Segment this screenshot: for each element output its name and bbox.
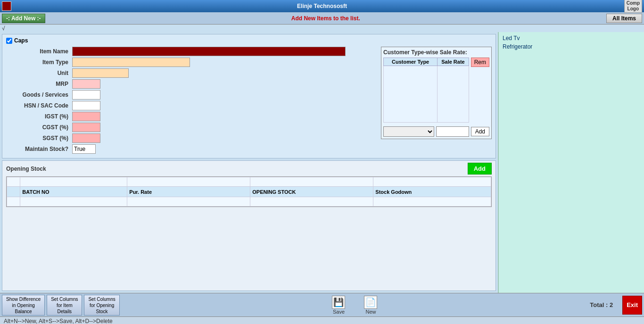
item-type-row: Item Type [6,58,377,67]
app-icon [2,1,11,11]
caps-checkbox[interactable] [6,38,12,44]
add-new-button[interactable]: -: Add New :- [2,14,45,23]
os-col-headers: BATCH NO Pur. Rate OPENING STOCK Stock G… [7,187,491,197]
maintain-input[interactable]: True [72,144,96,154]
item-type-label: Item Type [6,59,72,66]
right-item-0[interactable]: Led Tv [501,34,642,42]
customer-type-title: Customer Type-wise Sale Rate: [383,49,489,56]
customer-type-table: Customer Type Sale Rate [383,58,469,123]
new-container[interactable]: 📄 New [364,296,377,315]
ct-body [384,66,469,123]
maintain-row: Maintain Stock? True [6,144,377,154]
unit-row: Unit [6,68,377,78]
customer-type-section: Customer Type-wise Sale Rate: Customer T… [381,47,492,139]
ct-add-button[interactable]: Add [471,127,489,136]
opening-stock-section: Opening Stock Add [2,160,496,291]
ct-table-area: Customer Type Sale Rate [383,58,489,125]
os-add-button[interactable]: Add [468,163,492,174]
caps-text: Caps [14,37,28,44]
unit-label: Unit [6,70,72,76]
sgst-input[interactable] [72,133,100,143]
cgst-label: CGST (%) [6,124,72,131]
os-col-opening: OPENING STOCK [250,187,373,197]
item-name-row: Item Name [6,47,377,56]
ct-rate-input[interactable] [436,126,469,137]
goods-input[interactable] [72,90,100,100]
hsn-input[interactable] [72,101,100,110]
save-icon: 💾 [332,296,345,309]
total-label: Total : 2 [590,301,613,308]
form-customer-row: Item Name Item Type Unit M [6,47,492,155]
set-col-opening-button[interactable]: Set Columns for Opening Stock [84,295,119,316]
title-bar: Elinje Technososft Comp Logo [0,0,644,12]
bottom-buttons: Show Difference in Opening Balance Set C… [0,293,644,316]
item-type-input[interactable] [72,58,190,67]
sgst-label: SGST (%) [6,135,72,141]
opening-stock-title: Opening Stock [6,166,468,172]
os-header-row: Opening Stock Add [6,163,492,174]
caps-section: Caps Item Name Item Type [2,34,496,158]
toolbar-title: Add New Items to the list. [49,15,603,22]
cgst-input[interactable] [72,123,100,132]
comp-logo: Comp Logo [624,0,642,13]
os-col-pur-rate: Pur. Rate [127,187,250,197]
right-item-1[interactable]: Refrigerator [501,42,642,51]
hsn-label: HSN / SAC Code [6,102,72,109]
shortcuts-bar: Alt+N-->New, Alt+S-->Save, Alt+D-->Delet… [0,316,644,324]
os-empty-row [7,197,491,207]
os-table-wrapper: BATCH NO Pur. Rate OPENING STOCK Stock G… [6,176,492,207]
exit-button[interactable]: Exit [622,296,642,315]
caps-label: Caps [6,37,492,44]
os-col-godown: Stock Godown [373,187,491,197]
goods-row: Goods / Services [6,90,377,100]
mrp-input[interactable] [72,79,100,89]
ct-col-customer: Customer Type [384,58,438,66]
goods-label: Goods / Services [6,91,72,98]
form-fields: Item Name Item Type Unit M [6,47,377,155]
ct-add-row: Add [383,126,489,137]
igst-input[interactable] [72,112,100,121]
item-name-input[interactable] [72,47,346,56]
nav-row: √ [0,25,644,32]
save-label: Save [333,309,345,315]
left-panel: Caps Item Name Item Type [0,32,498,293]
ct-row-empty [384,66,469,123]
igst-row: IGST (%) [6,112,377,121]
hsn-row: HSN / SAC Code [6,101,377,110]
ct-col-sale-rate: Sale Rate [438,58,469,66]
cgst-row: CGST (%) [6,123,377,132]
app-title: Elinje Technososft [297,3,347,9]
sgst-row: SGST (%) [6,133,377,143]
maintain-label: Maintain Stock? [6,146,72,152]
show-diff-button[interactable]: Show Difference in Opening Balance [2,295,45,316]
ct-type-select[interactable] [383,126,434,137]
all-items-button[interactable]: All Items [606,14,642,23]
mrp-row: MRP [6,79,377,89]
rem-button[interactable]: Rem [471,58,489,67]
main-layout: Caps Item Name Item Type [0,32,644,293]
set-col-item-button[interactable]: Set Columns for Item Details [47,295,82,316]
unit-input[interactable] [72,68,129,78]
igst-label: IGST (%) [6,113,72,120]
right-panel: Led Tv Refrigerator [498,32,644,293]
os-header [7,177,491,187]
save-container[interactable]: 💾 Save [332,296,345,315]
save-new-area: 💾 Save 📄 New [122,296,588,315]
os-col-batch: BATCH NO [20,187,127,197]
toolbar: -: Add New :- Add New Items to the list.… [0,12,644,25]
shortcuts-text: Alt+N-->New, Alt+S-->Save, Alt+D-->Delet… [4,318,113,324]
item-name-label: Item Name [6,48,72,55]
mrp-label: MRP [6,81,72,87]
os-body [7,197,491,207]
os-table: BATCH NO Pur. Rate OPENING STOCK Stock G… [7,177,491,207]
new-icon: 📄 [364,296,377,309]
new-label: New [365,309,376,315]
